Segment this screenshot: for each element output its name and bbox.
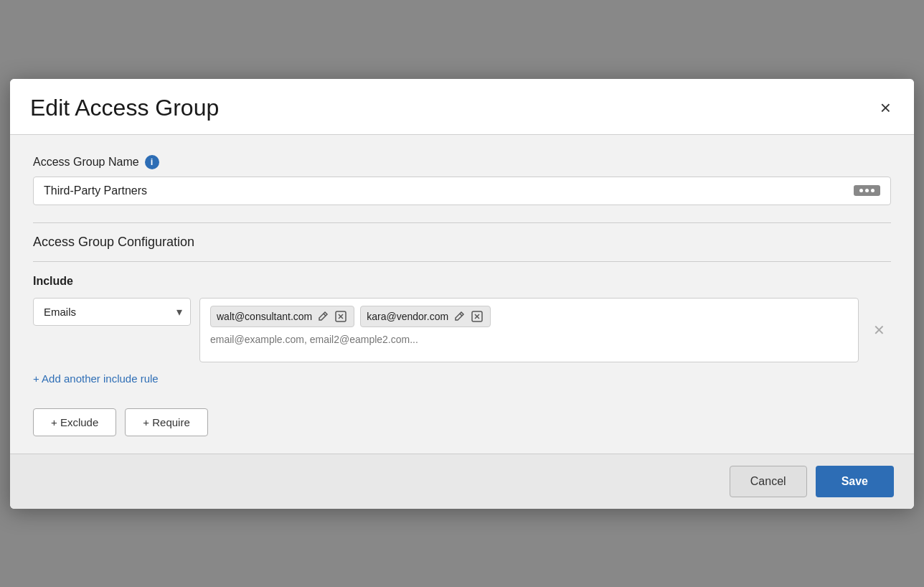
modal-overlay: Edit Access Group × Access Group Name i bbox=[0, 0, 924, 587]
config-section: Access Group Configuration Include Email… bbox=[33, 235, 891, 436]
include-row: Emails Domains Everyone Service Auth IP … bbox=[33, 298, 891, 362]
action-buttons-row: + Exclude + Require bbox=[33, 408, 891, 436]
info-icon: i bbox=[145, 155, 159, 169]
close-button[interactable]: × bbox=[877, 95, 894, 120]
type-select-wrapper[interactable]: Emails Domains Everyone Service Auth IP … bbox=[33, 298, 191, 326]
edit-access-group-modal: Edit Access Group × Access Group Name i bbox=[10, 79, 914, 509]
modal-footer: Cancel Save bbox=[10, 454, 914, 509]
email-tag-1-text: walt@consultant.com bbox=[217, 311, 312, 322]
modal-body: Access Group Name i Access Group Configu… bbox=[10, 135, 914, 454]
email-tag-2-remove-button[interactable] bbox=[470, 309, 484, 324]
email-tags-row: walt@consultant.com bbox=[210, 306, 848, 327]
remove-rule-button[interactable]: ✕ bbox=[867, 316, 891, 344]
type-select[interactable]: Emails Domains Everyone Service Auth IP … bbox=[33, 298, 191, 326]
modal-title: Edit Access Group bbox=[30, 95, 219, 121]
group-name-input-wrapper[interactable] bbox=[33, 177, 891, 205]
group-name-section: Access Group Name i bbox=[33, 155, 891, 205]
email-tag-2-text: kara@vendor.com bbox=[367, 311, 448, 322]
email-tag-1-remove-button[interactable] bbox=[334, 309, 348, 324]
email-input-container: walt@consultant.com bbox=[199, 298, 859, 362]
exclude-button[interactable]: + Exclude bbox=[33, 408, 116, 436]
email-tag-2-edit-button[interactable] bbox=[452, 309, 466, 324]
cancel-button[interactable]: Cancel bbox=[730, 466, 807, 497]
email-tag-2: kara@vendor.com bbox=[360, 306, 491, 327]
save-button[interactable]: Save bbox=[816, 466, 894, 497]
email-tag-1: walt@consultant.com bbox=[210, 306, 354, 327]
config-divider bbox=[33, 261, 891, 262]
require-button[interactable]: + Require bbox=[125, 408, 207, 436]
add-include-rule-button[interactable]: + Add another include rule bbox=[33, 372, 159, 385]
section-divider bbox=[33, 222, 891, 223]
config-section-title: Access Group Configuration bbox=[33, 235, 891, 250]
group-name-label: Access Group Name i bbox=[33, 155, 891, 169]
more-options-button[interactable] bbox=[854, 185, 880, 196]
include-label: Include bbox=[33, 275, 891, 288]
modal-header: Edit Access Group × bbox=[10, 79, 914, 135]
group-name-input[interactable] bbox=[44, 184, 854, 197]
email-tag-1-edit-button[interactable] bbox=[316, 309, 330, 324]
email-text-input[interactable] bbox=[210, 334, 848, 345]
